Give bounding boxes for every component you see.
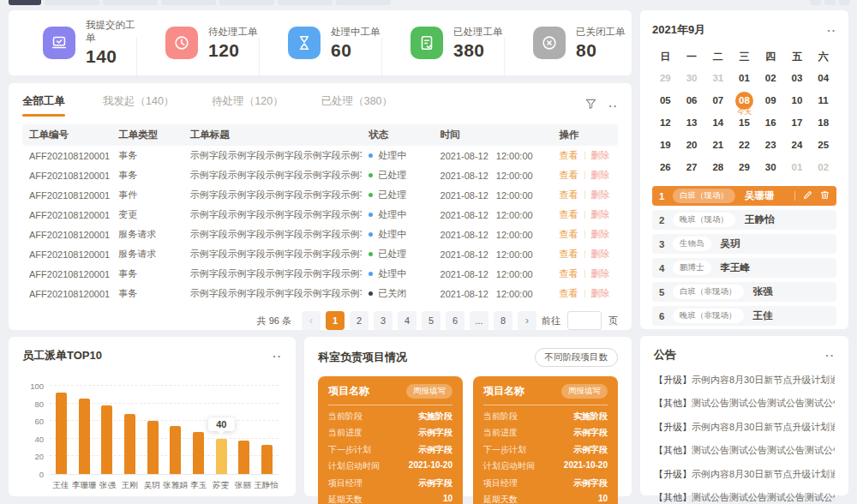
delete-link[interactable]: 删除 <box>591 249 610 259</box>
top-corner-button[interactable] <box>810 0 821 5</box>
stage-count-button[interactable]: 不同阶段项目数 <box>535 348 619 367</box>
top-tab-active[interactable] <box>9 0 41 5</box>
shift-row[interactable]: 6 晚班（非现场） 王佳 <box>652 306 836 326</box>
weekly-report-badge[interactable]: 周报填写 <box>406 384 452 399</box>
bar[interactable] <box>170 426 181 474</box>
workorder-tab[interactable]: 全部工单 <box>22 94 65 117</box>
calendar-day[interactable]: 16 <box>758 113 784 133</box>
top-corner-button[interactable] <box>839 0 850 5</box>
delete-link[interactable]: 删除 <box>591 150 610 160</box>
calendar-day[interactable]: 24 <box>784 135 811 155</box>
calendar-day[interactable]: 26 <box>652 158 679 177</box>
calendar-day[interactable]: 18 <box>810 113 836 133</box>
workorder-tab[interactable]: 我发起（140） <box>103 94 174 117</box>
calendar-day[interactable]: 01 <box>784 158 811 177</box>
view-link[interactable]: 查看 <box>560 189 578 200</box>
table-row[interactable]: AFF202108120001 事务 示例字段示例字段示例字段示例字段示例字段 … <box>22 264 618 284</box>
more-menu-icon[interactable]: ·· <box>825 349 835 362</box>
shift-row[interactable]: 4 鹏博士 李王峰 <box>652 258 836 278</box>
view-link[interactable]: 查看 <box>560 170 578 180</box>
stat-pending[interactable]: 待处理工单 120 <box>136 26 259 61</box>
calendar-day[interactable]: 12 <box>652 113 679 133</box>
calendar-day[interactable]: 14 <box>704 113 731 133</box>
view-link[interactable]: 查看 <box>560 268 578 279</box>
workorder-tab[interactable]: 待处理（120） <box>212 94 283 117</box>
view-link[interactable]: 查看 <box>560 229 578 239</box>
calendar-day[interactable]: 06 <box>679 91 705 111</box>
view-link[interactable]: 查看 <box>560 249 578 259</box>
calendar-day[interactable]: 02 <box>758 69 784 88</box>
top-tab[interactable] <box>45 0 99 5</box>
prev-page-button[interactable]: ‹ <box>302 311 321 330</box>
bar[interactable] <box>193 432 204 474</box>
top-tab[interactable] <box>103 0 158 5</box>
announcement-item[interactable]: 【升级】示例内容8月30日新节点升级计划通知 <box>654 374 835 387</box>
calendar-day[interactable]: 15 <box>731 113 758 133</box>
calendar-day[interactable]: 04 <box>810 69 836 88</box>
stat-closed[interactable]: 已关闭工单 80 <box>504 26 626 61</box>
announcement-item[interactable]: 【升级】示例内容8月30日新节点升级计划通知 <box>654 421 835 434</box>
top-tab[interactable] <box>336 0 391 5</box>
table-row[interactable]: AFF202108120001 事件 示例字段示例字段示例字段示例字段示例字段 … <box>22 185 618 205</box>
delete-link[interactable]: 删除 <box>591 268 610 279</box>
edit-pencil-icon[interactable] <box>803 190 812 202</box>
announcement-item[interactable]: 【其他】测试公告测试公告测试公告测试公告测试公告 <box>654 491 835 504</box>
calendar-day[interactable]: 17 <box>784 113 811 133</box>
calendar-day[interactable]: 27 <box>679 158 705 177</box>
stat-submitted[interactable]: 我提交的工单 140 <box>14 19 136 67</box>
bar[interactable] <box>238 441 249 474</box>
bar[interactable] <box>147 421 159 474</box>
table-row[interactable]: AFF202108120001 事务 示例字段示例字段示例字段示例字段示例字段 … <box>22 284 618 303</box>
workorder-tab[interactable]: 已处理（380） <box>321 94 393 117</box>
stat-processed[interactable]: 已处理工单 380 <box>381 26 504 61</box>
calendar-day[interactable]: 30 <box>679 69 705 88</box>
delete-link[interactable]: 删除 <box>591 170 610 180</box>
calendar-day[interactable]: 01 <box>731 69 758 88</box>
calendar-day[interactable]: 30 <box>758 158 784 177</box>
announcement-item[interactable]: 【升级】示例内容8月30日新节点升级计划通知 <box>654 468 835 481</box>
top-tab[interactable] <box>278 0 333 5</box>
delete-link[interactable]: 删除 <box>591 189 610 200</box>
next-page-button[interactable]: › <box>518 311 536 330</box>
table-row[interactable]: AFF202108120001 服务请求 示例字段示例字段示例字段示例字段示例字… <box>22 244 618 264</box>
announcement-item[interactable]: 【其他】测试公告测试公告测试公告测试公告测试公告 <box>654 397 835 410</box>
delete-link[interactable]: 删除 <box>591 209 610 219</box>
page-button[interactable]: 2 <box>350 311 369 330</box>
calendar-day[interactable]: 13 <box>679 113 705 133</box>
calendar-day[interactable]: 09 <box>758 91 784 111</box>
calendar-day[interactable]: 25 <box>810 135 836 155</box>
more-menu-icon[interactable]: ·· <box>273 350 282 363</box>
project-card[interactable]: 项目名称 周报填写 当前阶段实施阶段当前进度示例字段下一步计划示例字段计划启动时… <box>473 376 618 504</box>
goto-page-input[interactable] <box>567 311 602 330</box>
project-card[interactable]: 项目名称 周报填写 当前阶段实施阶段当前进度示例字段下一步计划示例字段计划启动时… <box>318 376 463 504</box>
bar[interactable] <box>79 399 90 474</box>
shift-row[interactable]: 3 生物岛 吴玥 <box>652 234 836 254</box>
calendar-day[interactable]: 10 <box>784 91 811 111</box>
view-link[interactable]: 查看 <box>560 150 578 160</box>
calendar-day[interactable]: 21 <box>704 135 731 155</box>
delete-link[interactable]: 删除 <box>591 288 610 298</box>
stat-processing[interactable]: 处理中工单 60 <box>259 26 381 61</box>
calendar-day[interactable]: 05 <box>652 91 679 111</box>
calendar-day[interactable]: 23 <box>758 135 784 155</box>
page-button[interactable]: 3 <box>374 311 393 330</box>
top-tab[interactable] <box>219 0 274 5</box>
calendar-day[interactable]: 29 <box>652 69 679 88</box>
bar[interactable] <box>56 393 67 474</box>
calendar-day[interactable]: 03 <box>784 69 811 88</box>
bar[interactable] <box>261 445 273 474</box>
page-button[interactable]: 5 <box>422 311 440 330</box>
more-menu-icon[interactable]: ·· <box>608 99 618 112</box>
calendar-day[interactable]: 28 <box>704 158 731 177</box>
table-row[interactable]: AFF202108120001 变更 示例字段示例字段示例字段示例字段示例字段 … <box>22 205 618 225</box>
bar[interactable] <box>124 414 135 474</box>
announcement-item[interactable]: 【其他】测试公告测试公告测试公告测试公告测试公告 <box>654 444 835 457</box>
view-link[interactable]: 查看 <box>560 288 578 298</box>
shift-row[interactable]: 2 晚班（现场） 王静怡 <box>652 210 836 230</box>
more-menu-icon[interactable]: ·· <box>827 24 836 37</box>
view-link[interactable]: 查看 <box>560 209 578 219</box>
bar[interactable] <box>101 405 112 474</box>
calendar-day[interactable]: 20 <box>679 135 705 155</box>
table-row[interactable]: AFF202108120001 服务请求 示例字段示例字段示例字段示例字段示例字… <box>22 225 618 244</box>
calendar-day[interactable]: 19 <box>652 135 679 155</box>
